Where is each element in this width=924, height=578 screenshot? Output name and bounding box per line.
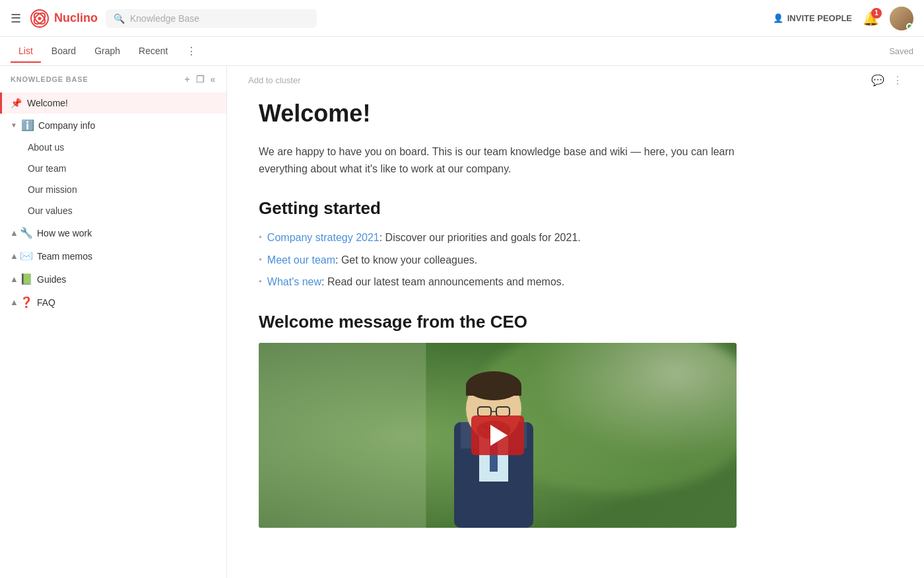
- main-layout: KNOWLEDGE BASE + ❐ « 📌 Welcome! ▢ ▼ ℹ️ C…: [0, 66, 924, 578]
- list-item-text: : Get to know your colleagues.: [335, 254, 477, 266]
- group-label: Team memos: [37, 251, 203, 262]
- search-icon: 🔍: [114, 13, 125, 24]
- expand-sidebar-button[interactable]: ❐: [196, 74, 205, 85]
- sidebar: KNOWLEDGE BASE + ❐ « 📌 Welcome! ▢ ▼ ℹ️ C…: [0, 66, 227, 578]
- list-item: ● Meet our team: Get to know your collea…: [259, 252, 737, 269]
- company-strategy-link[interactable]: Company strategy 2021: [267, 232, 380, 243]
- sidebar-group-team-memos: ▶ ✉️ Team memos ▢: [0, 244, 226, 268]
- group-emoji: ❓: [20, 296, 33, 308]
- sidebar-group-header-guides[interactable]: ▶ 📗 Guides ▢: [0, 268, 226, 291]
- sub-item-label: Our mission: [28, 184, 77, 195]
- top-nav-right: 👤 INVITE PEOPLE 🔔 1: [773, 7, 913, 30]
- hamburger-menu[interactable]: ☰: [11, 11, 21, 26]
- search-bar[interactable]: 🔍 Knowledge Base: [106, 9, 317, 28]
- sidebar-group-header-company-info[interactable]: ▼ ℹ️ Company info ▢: [0, 114, 226, 137]
- online-indicator: [906, 23, 913, 30]
- chevron-icon: ▼: [11, 122, 17, 129]
- bullet-dot: ●: [259, 256, 262, 264]
- svg-point-3: [38, 17, 42, 20]
- bullet-dot: ●: [259, 277, 262, 286]
- sidebar-group-company-info: ▼ ℹ️ Company info ▢ About us Our team Ou…: [0, 114, 226, 221]
- list-item-text: : Read our latest team announcements and…: [321, 276, 564, 287]
- content-area: Add to cluster 💬 ⋮ Welcome! We are happy…: [227, 66, 924, 578]
- group-label: Company info: [38, 120, 203, 131]
- list-item-text: : Discover our priorities and goals for …: [380, 232, 581, 243]
- add-item-button[interactable]: +: [185, 74, 191, 85]
- sidebar-group-faq: ▶ ❓ FAQ ▢: [0, 291, 226, 314]
- comments-icon[interactable]: 💬: [871, 74, 884, 87]
- search-placeholder: Knowledge Base: [130, 13, 199, 24]
- sidebar-group-how-we-work: ▶ 🔧 How we work ▢: [0, 221, 226, 244]
- content-toolbar-right: 💬 ⋮: [871, 74, 903, 87]
- tabs-more-button[interactable]: ⋮: [181, 40, 202, 63]
- content-body: Welcome! We are happy to have you on boa…: [227, 94, 768, 560]
- chevron-icon: ▶: [10, 300, 17, 305]
- sidebar-group-header-team-memos[interactable]: ▶ ✉️ Team memos ▢: [0, 244, 226, 268]
- tabs-bar: List Board Graph Recent ⋮ Saved: [0, 37, 924, 66]
- sub-item-label: Our team: [28, 163, 66, 174]
- meet-team-link[interactable]: Meet our team: [267, 254, 335, 266]
- user-avatar[interactable]: [890, 7, 913, 30]
- logo-text: Nuclino: [54, 11, 98, 25]
- video-play-button[interactable]: [471, 415, 524, 455]
- page-title: Welcome!: [259, 100, 737, 127]
- more-options-icon[interactable]: ⋮: [892, 74, 903, 87]
- group-label: Guides: [37, 274, 203, 285]
- play-triangle-icon: [490, 425, 508, 446]
- svg-rect-13: [466, 386, 521, 396]
- sidebar-header-actions: + ❐ «: [185, 74, 216, 85]
- group-emoji: 🔧: [20, 227, 33, 239]
- chevron-icon: ▶: [10, 231, 17, 236]
- sidebar-section-label: KNOWLEDGE BASE: [11, 75, 88, 83]
- sidebar-item-about-us[interactable]: About us: [0, 137, 226, 158]
- getting-started-title: Getting started: [259, 198, 737, 219]
- list-item: ● What's new: Read our latest team annou…: [259, 273, 737, 291]
- group-emoji: ✉️: [20, 250, 33, 262]
- invite-people-button[interactable]: 👤 INVITE PEOPLE: [773, 13, 852, 23]
- logo[interactable]: Nuclino: [29, 8, 98, 29]
- sidebar-item-welcome[interactable]: 📌 Welcome! ▢: [0, 92, 226, 114]
- sidebar-group-guides: ▶ 📗 Guides ▢: [0, 268, 226, 291]
- group-label: How we work: [37, 228, 203, 238]
- sidebar-item-label: Welcome!: [27, 98, 207, 108]
- sidebar-header: KNOWLEDGE BASE + ❐ «: [0, 66, 226, 92]
- chevron-icon: ▶: [10, 277, 17, 282]
- sub-item-label: Our values: [28, 205, 73, 216]
- content-toolbar: Add to cluster 💬 ⋮: [227, 66, 924, 94]
- getting-started-list: ● Company strategy 2021: Discover our pr…: [259, 229, 737, 291]
- group-emoji: ℹ️: [21, 119, 34, 131]
- tab-recent[interactable]: Recent: [131, 40, 176, 63]
- group-label: FAQ: [37, 297, 203, 308]
- list-item: ● Company strategy 2021: Discover our pr…: [259, 229, 737, 246]
- notification-badge: 1: [871, 8, 882, 18]
- nuclino-logo-icon: [29, 8, 50, 29]
- invite-label: INVITE PEOPLE: [787, 13, 852, 23]
- add-to-cluster-button[interactable]: Add to cluster: [248, 75, 301, 85]
- sidebar-item-our-values[interactable]: Our values: [0, 200, 226, 221]
- tab-list[interactable]: List: [11, 40, 41, 63]
- chevron-icon: ▶: [10, 254, 17, 259]
- tab-board[interactable]: Board: [44, 40, 84, 63]
- sidebar-item-our-team[interactable]: Our team: [0, 158, 226, 179]
- sidebar-group-header-faq[interactable]: ▶ ❓ FAQ ▢: [0, 291, 226, 314]
- ceo-video[interactable]: [259, 343, 737, 528]
- bullet-dot: ●: [259, 233, 262, 242]
- ceo-video-title: Welcome message from the CEO: [259, 312, 737, 332]
- pin-icon: 📌: [11, 98, 22, 108]
- sub-item-label: About us: [28, 142, 64, 153]
- tab-graph[interactable]: Graph: [86, 40, 128, 63]
- collapse-sidebar-button[interactable]: «: [210, 74, 216, 85]
- saved-label: Saved: [889, 46, 913, 56]
- whats-new-link[interactable]: What's new: [267, 276, 321, 287]
- invite-icon: 👤: [773, 13, 783, 23]
- sidebar-item-our-mission[interactable]: Our mission: [0, 179, 226, 200]
- svg-rect-6: [259, 343, 426, 528]
- page-text: We are happy to have you on board. This …: [259, 143, 737, 177]
- sidebar-group-header-how-we-work[interactable]: ▶ 🔧 How we work ▢: [0, 221, 226, 244]
- notifications-button[interactable]: 🔔 1: [863, 11, 879, 26]
- top-nav: ☰ Nuclino 🔍 Knowledge Base 👤 INVITE PEOP…: [0, 0, 924, 37]
- group-emoji: 📗: [20, 273, 33, 285]
